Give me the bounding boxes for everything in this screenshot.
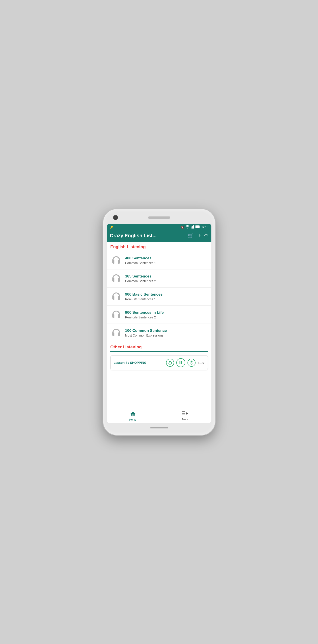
- pause-button[interactable]: [176, 358, 185, 367]
- item-text-2: 365 Sentences Common Sentences 2: [125, 274, 156, 283]
- phone-top-bar: [107, 213, 211, 222]
- headphone-icon-4: [110, 309, 122, 320]
- forward-icon: 10: [189, 360, 194, 365]
- nav-home[interactable]: Home: [107, 409, 159, 423]
- camera: [113, 215, 118, 220]
- clock-icon[interactable]: ⏱: [204, 233, 208, 238]
- basket-icon[interactable]: 🛒: [188, 233, 194, 238]
- item-text-3: 900 Basic Sentences Real-Life Sentences …: [125, 292, 163, 301]
- wifi-icon: [186, 226, 190, 229]
- svg-marker-14: [186, 412, 188, 415]
- battery-icon: [195, 226, 200, 229]
- pause-icon: [178, 360, 183, 365]
- list-item[interactable]: 900 Basic Sentences Real-Life Sentences …: [107, 288, 211, 306]
- svg-rect-6: [200, 226, 200, 228]
- svg-rect-9: [181, 361, 182, 364]
- player-bar: Lesson 4 : SHOPPING 5: [110, 355, 208, 370]
- speaker-bar: [148, 216, 170, 219]
- svg-text:10: 10: [191, 362, 192, 364]
- phone-bottom: [150, 425, 168, 431]
- home-indicator: [150, 427, 168, 428]
- item-subtitle-3: Real-Life Sentences 1: [125, 298, 163, 301]
- speed-label[interactable]: 1.0x: [198, 361, 204, 365]
- list-item[interactable]: 400 Sentences Common Sentences 1: [107, 251, 211, 270]
- key-icon: 🔑: [110, 226, 113, 229]
- player-controls: 5 10: [166, 358, 204, 367]
- list-item[interactable]: 365 Sentences Common Sentences 2: [107, 270, 211, 288]
- status-right-icons: 🔇: [181, 226, 208, 229]
- app-header: Crazy English List... 🛒 ☽ ⏱: [107, 230, 211, 242]
- item-subtitle-1: Common Sentences 1: [125, 261, 156, 265]
- item-title-5: 100 Common Sentence: [125, 328, 167, 333]
- svg-rect-2: [192, 226, 193, 228]
- headphone-icon-3: [110, 291, 122, 302]
- home-svg: [130, 411, 136, 416]
- other-section-title: Other Listening: [110, 344, 208, 350]
- forward-button[interactable]: 10: [188, 359, 196, 367]
- item-title-1: 400 Sentences: [125, 256, 156, 260]
- item-text-5: 100 Common Sentence Most Common Expressi…: [125, 328, 167, 337]
- svg-text:5: 5: [170, 362, 171, 364]
- app-title: Crazy English List...: [110, 233, 157, 238]
- nav-more-label: More: [182, 418, 188, 421]
- home-icon: [130, 411, 136, 418]
- item-subtitle-5: Most Common Expressions: [125, 334, 167, 337]
- svg-rect-5: [196, 226, 199, 228]
- rewind-button[interactable]: 5: [166, 359, 174, 367]
- svg-rect-12: [182, 413, 185, 414]
- player-title: Lesson 4 : SHOPPING: [114, 361, 147, 364]
- item-title-2: 365 Sentences: [125, 274, 156, 278]
- moon-icon[interactable]: ☽: [197, 233, 201, 238]
- item-subtitle-4: Real-Life Sentences 2: [125, 316, 164, 319]
- music-note-icon: ♪: [114, 226, 116, 228]
- phone-screen: 🔑 ♪ 🔇: [107, 224, 211, 423]
- svg-rect-8: [180, 361, 181, 364]
- headphone-icon-1: [110, 254, 122, 266]
- item-title-4: 900 Sentences in Life: [125, 310, 164, 315]
- nav-more[interactable]: More: [159, 409, 211, 423]
- svg-rect-3: [193, 226, 194, 228]
- item-title-3: 900 Basic Sentences: [125, 292, 163, 297]
- list-item[interactable]: 100 Common Sentence Most Common Expressi…: [107, 324, 211, 342]
- item-text-4: 900 Sentences in Life Real-Life Sentence…: [125, 310, 164, 319]
- status-left-icons: 🔑 ♪: [110, 226, 116, 229]
- svg-rect-13: [182, 414, 185, 415]
- other-listening-section: Other Listening: [107, 342, 211, 355]
- headphone-icon-2: [110, 272, 122, 284]
- english-section-title: English Listening: [107, 242, 211, 251]
- svg-rect-0: [191, 227, 191, 228]
- svg-rect-11: [182, 412, 185, 412]
- bottom-nav: Home More: [107, 409, 211, 423]
- teal-divider: [110, 351, 208, 352]
- item-text-1: 400 Sentences Common Sentences 1: [125, 256, 156, 265]
- headphone-icon-5: [110, 327, 122, 338]
- english-listening-section: English Listening 400 Sentences Common S…: [107, 242, 211, 409]
- signal-icon: [191, 226, 194, 229]
- svg-rect-1: [192, 226, 192, 228]
- rewind-icon: 5: [168, 360, 173, 365]
- item-subtitle-2: Common Sentences 2: [125, 279, 156, 283]
- phone-frame: 🔑 ♪ 🔇: [103, 209, 215, 435]
- mute-icon: 🔇: [181, 226, 184, 229]
- clock-time: 12:16: [201, 226, 208, 229]
- list-item[interactable]: 900 Sentences in Life Real-Life Sentence…: [107, 306, 211, 324]
- more-icon: [182, 411, 188, 417]
- header-icons: 🛒 ☽ ⏱: [188, 233, 208, 238]
- more-svg: [182, 411, 188, 416]
- status-bar: 🔑 ♪ 🔇: [107, 224, 211, 230]
- nav-home-label: Home: [129, 418, 136, 421]
